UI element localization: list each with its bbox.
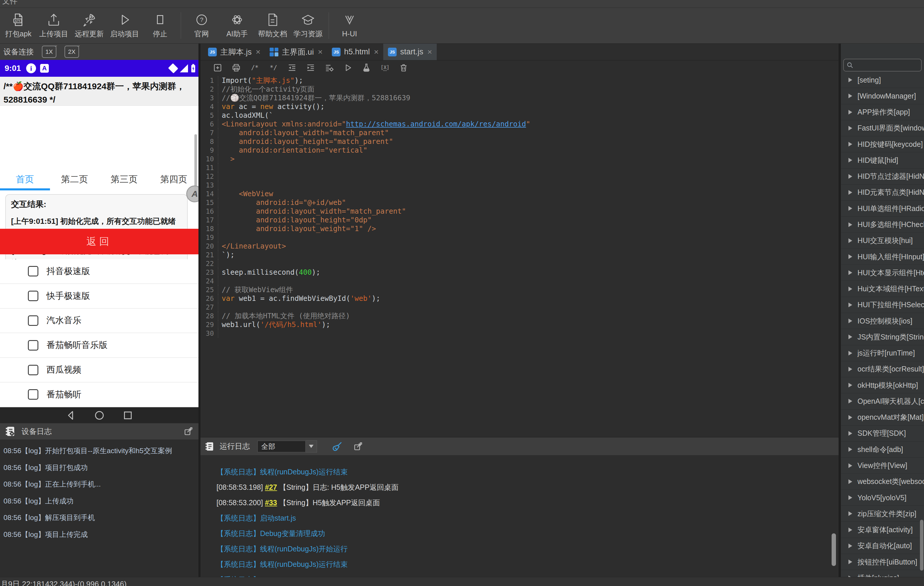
phone-tab[interactable]: 首页 [0,168,50,191]
print-icon[interactable] [231,63,241,73]
nav-back-icon[interactable] [65,409,77,421]
panel-divider[interactable] [838,44,841,577]
checkbox-icon[interactable] [28,340,38,350]
app-checkbox-row[interactable]: 快手极速版 [0,284,198,309]
api-tree-item[interactable]: [WindowManager] [841,88,924,104]
api-tree-item[interactable]: [seting] [841,72,924,88]
api-tree-item[interactable]: OpenAI聊天机器人[ch [841,393,924,409]
api-tree-item[interactable]: zip压缩文件类[zip] [841,506,924,522]
toolbar-official-site[interactable]: ?官网 [184,10,219,41]
api-tree-item[interactable]: IOS控制模块[ios] [841,313,924,329]
flask-icon[interactable] [361,63,371,73]
outdent-icon[interactable] [287,63,297,73]
api-scrollbar-thumb[interactable] [920,520,923,571]
api-tree-item[interactable]: js运行时[runTime] [841,345,924,361]
api-tree-item[interactable]: JS内置String类[String [841,329,924,345]
api-tree-item[interactable]: HID按键码[keycode] [841,136,924,152]
api-label: 插件[plugins] [858,573,899,577]
runlog-scrollbar-thumb[interactable] [832,533,836,566]
new-file-icon[interactable] [213,63,223,73]
close-tab-icon[interactable]: × [318,47,323,57]
api-tree-item[interactable]: View控件[View] [841,457,924,474]
log-index-badge[interactable]: #33 [265,499,277,507]
code-line: 19 [200,233,834,242]
api-tree-item[interactable]: Hui文本域组件[HTextA [841,281,924,297]
log-index-badge[interactable]: #27 [265,483,277,491]
format-icon[interactable] [324,63,334,73]
menu-label-clipped[interactable]: 文件 [2,0,17,6]
toolbar-stop[interactable]: 停止 [142,10,178,41]
nav-home-icon[interactable] [94,409,105,421]
toolbar-ai-assistant[interactable]: AI助手 [219,10,255,41]
close-tab-icon[interactable]: × [256,47,260,57]
run-icon[interactable] [343,63,353,73]
checkbox-icon[interactable] [28,315,38,326]
toolbar-start-project[interactable]: 启动项目 [107,10,142,41]
api-tree-item[interactable]: HUI文本显示组件[Hte [841,265,924,281]
api-tree-item[interactable]: SDK管理[SDK] [841,426,924,442]
phone-tab[interactable]: 第三页 [99,168,149,191]
toolbar-remote-update[interactable]: 远程更新 [71,10,107,41]
editor-tab[interactable]: 主界面.ui× [265,44,327,60]
comment-close-icon[interactable]: */ [269,63,278,73]
api-tree-item[interactable]: HUI输入组件[HInput] [841,249,924,265]
checkbox-icon[interactable] [28,291,38,301]
panel-divider[interactable] [198,44,200,577]
api-tree-item[interactable]: HUI下拉组件[HSelect] [841,297,924,313]
api-tree-item[interactable]: HID节点过滤器[HidNo [841,168,924,185]
api-tree-item[interactable]: FastUI界面类[window [841,121,924,136]
api-tree-item[interactable]: HID元素节点类[HidNo [841,185,924,201]
api-tree-item[interactable]: 安卓窗体[activity] [841,522,924,538]
toolbar-help-docs[interactable]: 帮助文档 [255,10,290,41]
api-label: 按钮控件[uiButton] [858,557,917,567]
api-tree-item[interactable]: shell命令[adb] [841,442,924,457]
api-tree-item[interactable]: HUI交互模块[hui] [841,233,924,249]
app-checkbox-row[interactable]: 番茄畅听 [0,383,198,407]
api-tree-item[interactable]: 按钮控件[uiButton] [841,554,924,570]
api-tree-item[interactable]: HUI多选组件[HCheck] [841,216,924,233]
log-filter-select[interactable]: 全部 [257,441,306,452]
nav-recent-icon[interactable] [122,409,134,421]
api-tree-item[interactable]: 插件[plugins] [841,570,924,577]
comment-open-icon[interactable]: /* [250,63,260,73]
api-tree-item[interactable]: HID键鼠[hid] [841,152,924,168]
close-tab-icon[interactable]: × [427,47,432,57]
api-tree-item[interactable]: opencvMat对象[Mat] [841,409,924,426]
checkbox-icon[interactable] [28,389,38,399]
api-search-input[interactable] [843,59,922,71]
trash-icon[interactable] [399,63,409,73]
checkbox-icon[interactable] [28,266,38,276]
app-checkbox-row[interactable]: 西瓜视频 [0,358,198,383]
api-tree-item[interactable]: APP操作类[app] [841,104,924,121]
toolbar-upload-project[interactable]: 上传项目 [36,10,71,41]
api-tree-item[interactable]: 安卓自动化[auto] [841,538,924,554]
api-tree-item[interactable]: YoloV5[yoloV5] [841,490,924,506]
editor-tab[interactable]: JS主脚本.js× [203,44,265,60]
checkbox-icon[interactable] [28,365,38,375]
api-tree-item[interactable]: okHttp模块[okHttp] [841,377,924,393]
phone-tab[interactable]: 第二页 [50,168,99,191]
app-checkbox-row[interactable]: 番茄畅听音乐版 [0,333,198,358]
app-checkbox-row[interactable]: 抖音极速版 [0,259,198,284]
brackets-x-icon[interactable]: [X] [380,63,390,73]
back-button[interactable]: 返回 [0,229,198,254]
code-editor[interactable]: 1Import("主脚本.js");2//初始化一个activity页面3//🏐… [200,75,834,437]
scale-2x-button[interactable]: 2X [64,46,79,58]
expand-panel-icon[interactable] [353,442,363,451]
editor-tab[interactable]: JSh5.html× [327,44,383,60]
expand-panel-icon[interactable] [183,426,193,436]
api-tree-item[interactable]: HUI单选组件[HRadio] [841,201,924,216]
api-tree-item[interactable]: ocr结果类[ocrResult] [841,361,924,377]
close-tab-icon[interactable]: × [374,47,379,57]
app-checkbox-row[interactable]: 汽水音乐 [0,309,198,333]
scale-1x-button[interactable]: 1X [42,46,56,58]
filter-dropdown-button[interactable] [306,441,317,452]
toolbar-learning[interactable]: 学习资源 [290,10,326,41]
device-mirror-screen[interactable]: 9:01 i A /**🍎交流QQ群711841924群一，苹果内测群，5288… [0,60,198,423]
api-tree-item[interactable]: websocket类[websoc [841,474,924,490]
clear-log-icon[interactable] [332,441,343,452]
indent-icon[interactable] [306,63,315,73]
toolbar-package-apk[interactable]: APK打包apk [1,10,36,41]
toolbar-h-ui[interactable]: H-UI [332,10,367,41]
editor-tab[interactable]: JSstart.js× [383,44,437,60]
